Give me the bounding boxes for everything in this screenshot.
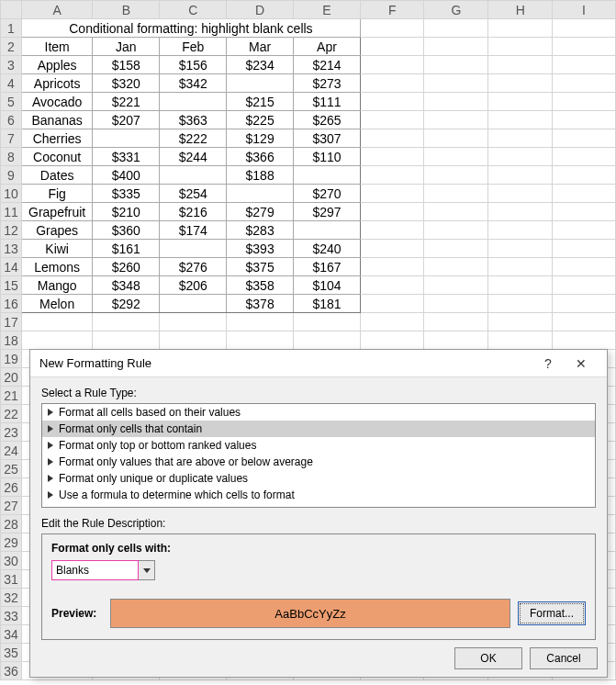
rule-type-option[interactable]: Format only cells that contain [42,421,595,437]
cell-13-A[interactable]: Kiwi [21,240,93,258]
cell[interactable] [360,203,424,221]
cell[interactable] [553,56,616,74]
format-button[interactable]: Format... [518,601,586,625]
cell[interactable] [160,331,227,350]
col-header-D[interactable]: D [227,1,294,19]
cell[interactable] [360,38,424,56]
row-header-5[interactable]: 5 [1,93,22,111]
cell-8-A[interactable]: Coconut [21,148,93,166]
cell[interactable] [488,19,553,38]
cell[interactable] [488,74,553,93]
row-header-32[interactable]: 32 [1,589,22,607]
cell-14-D[interactable]: $375 [227,258,294,276]
row-header-23[interactable]: 23 [1,423,22,442]
cell[interactable] [553,331,616,350]
row-header-36[interactable]: 36 [1,662,22,680]
cell-3-B[interactable]: $158 [93,56,160,74]
cell[interactable] [360,129,424,148]
cell[interactable] [360,276,424,295]
cell[interactable] [488,295,553,313]
cell-15-B[interactable]: $348 [93,276,160,295]
cell[interactable] [93,331,160,350]
row-header-13[interactable]: 13 [1,240,22,258]
row-header-7[interactable]: 7 [1,129,22,148]
cell[interactable] [553,203,616,221]
cell[interactable] [424,295,488,313]
row-header-6[interactable]: 6 [1,111,22,129]
cell-12-A[interactable]: Grapes [21,221,93,240]
cell-11-C[interactable]: $216 [160,203,227,221]
row-header-30[interactable]: 30 [1,552,22,570]
row-header-24[interactable]: 24 [1,442,22,460]
ok-button[interactable]: OK [454,647,522,669]
cell[interactable] [360,221,424,240]
cell-4-B[interactable]: $320 [93,74,160,93]
row-header-34[interactable]: 34 [1,625,22,644]
cell[interactable] [424,19,488,38]
cell-15-C[interactable]: $206 [160,276,227,295]
cell-9-E[interactable] [294,166,361,185]
cell[interactable] [488,203,553,221]
rule-type-option[interactable]: Use a formula to determine which cells t… [42,487,595,503]
cell[interactable] [488,148,553,166]
cell[interactable] [488,221,553,240]
condition-dropdown-button[interactable] [139,560,155,580]
rule-type-option[interactable]: Format only values that are above or bel… [42,454,595,470]
rule-type-option[interactable]: Format only top or bottom ranked values [42,437,595,454]
cell-11-A[interactable]: Grapefruit [21,203,93,221]
row-header-2[interactable]: 2 [1,38,22,56]
cell[interactable] [360,313,424,331]
cell-14-B[interactable]: $260 [93,258,160,276]
cell[interactable] [360,19,424,38]
row-header-1[interactable]: 1 [1,19,22,38]
row-header-9[interactable]: 9 [1,166,22,185]
cell[interactable] [488,38,553,56]
row-header-33[interactable]: 33 [1,607,22,625]
cell[interactable] [424,313,488,331]
cell-6-A[interactable]: Bananas [21,111,93,129]
col-header-C[interactable]: C [160,1,227,19]
cell-6-B[interactable]: $207 [93,111,160,129]
sheet-title[interactable]: Conditional formatting: highlight blank … [21,19,360,38]
cell-13-D[interactable]: $393 [227,240,294,258]
cell-4-A[interactable]: Apricots [21,74,93,93]
row-header-22[interactable]: 22 [1,405,22,423]
cell[interactable] [553,38,616,56]
cell-12-B[interactable]: $360 [93,221,160,240]
cell[interactable] [294,331,361,350]
cell[interactable] [21,313,93,331]
cell[interactable] [488,313,553,331]
row-header-25[interactable]: 25 [1,460,22,478]
help-button[interactable]: ? [532,351,565,376]
cell-7-E[interactable]: $307 [294,129,361,148]
row-header-16[interactable]: 16 [1,295,22,313]
row-header-12[interactable]: 12 [1,221,22,240]
row-header-14[interactable]: 14 [1,258,22,276]
cell-7-B[interactable] [93,129,160,148]
cell[interactable] [424,276,488,295]
cell-16-E[interactable]: $181 [294,295,361,313]
cell[interactable] [488,129,553,148]
cell[interactable] [553,313,616,331]
cell[interactable] [424,129,488,148]
cell[interactable] [360,148,424,166]
cell[interactable] [553,166,616,185]
cell[interactable] [424,240,488,258]
header-apr[interactable]: Apr [294,38,361,56]
cell[interactable] [21,331,93,350]
cell-5-E[interactable]: $111 [294,93,361,111]
cell[interactable] [488,56,553,74]
cell[interactable] [488,276,553,295]
cell-3-A[interactable]: Apples [21,56,93,74]
cell-11-D[interactable]: $279 [227,203,294,221]
cell-13-B[interactable]: $161 [93,240,160,258]
header-feb[interactable]: Feb [160,38,227,56]
cell-8-E[interactable]: $110 [294,148,361,166]
cell-11-E[interactable]: $297 [294,203,361,221]
cell-8-C[interactable]: $244 [160,148,227,166]
cell-10-A[interactable]: Fig [21,185,93,203]
cell-9-D[interactable]: $188 [227,166,294,185]
row-header-19[interactable]: 19 [1,350,22,368]
cell[interactable] [227,331,294,350]
cell-4-E[interactable]: $273 [294,74,361,93]
